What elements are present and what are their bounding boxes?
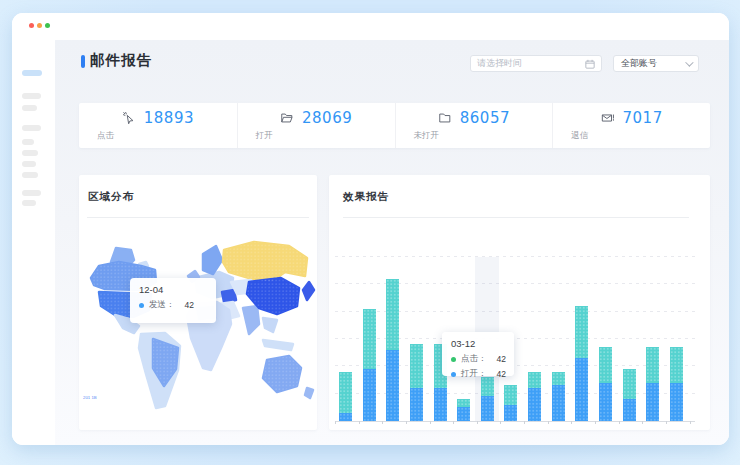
stat-opens: 28069 打开 bbox=[237, 103, 395, 148]
maximize-window-icon[interactable] bbox=[45, 23, 50, 28]
window-titlebar bbox=[12, 13, 729, 40]
stacked-bar[interactable] bbox=[386, 279, 399, 421]
series-dot-icon bbox=[451, 372, 456, 377]
map-attribution: 201 1B bbox=[83, 395, 97, 399]
close-window-icon[interactable] bbox=[29, 23, 34, 28]
tooltip-series-label: 打开： bbox=[461, 368, 487, 380]
sidebar-item[interactable] bbox=[22, 125, 41, 131]
map-tooltip: 12-04 发送： 42 bbox=[130, 278, 216, 323]
tooltip-series-label: 点击： bbox=[461, 353, 487, 365]
tooltip-series-value: 42 bbox=[185, 300, 194, 310]
tooltip-series-label: 发送： bbox=[149, 299, 175, 311]
page-title: 邮件报告 bbox=[90, 51, 152, 70]
stacked-bar[interactable] bbox=[410, 344, 423, 421]
stat-label: 点击 bbox=[97, 130, 114, 142]
sidebar-nav bbox=[12, 40, 55, 445]
stacked-bar-chart[interactable] bbox=[335, 257, 695, 422]
desktop-background: 邮件报告 请选择时间 全部账号 bbox=[0, 0, 740, 465]
stacked-bar[interactable] bbox=[599, 347, 612, 421]
sidebar-item[interactable] bbox=[22, 105, 37, 111]
app-window: 邮件报告 请选择时间 全部账号 bbox=[12, 13, 729, 445]
minimize-window-icon[interactable] bbox=[37, 23, 42, 28]
stat-value: 7017 bbox=[623, 109, 663, 127]
mail-alert-icon bbox=[601, 111, 615, 125]
stacked-bar[interactable] bbox=[481, 377, 494, 421]
stacked-bar[interactable] bbox=[623, 369, 636, 421]
stat-value: 86057 bbox=[460, 109, 510, 127]
stats-summary-band: 18893 点击 28069 打开 bbox=[79, 103, 710, 148]
map-region-scandinavia[interactable] bbox=[203, 246, 222, 274]
map-region-new-zealand[interactable] bbox=[305, 388, 313, 398]
region-distribution-panel: 区域分布 bbox=[79, 175, 317, 430]
account-filter-value: 全部账号 bbox=[621, 57, 685, 70]
calendar-icon[interactable] bbox=[585, 59, 595, 69]
sidebar-item[interactable] bbox=[22, 150, 38, 156]
stacked-bar[interactable] bbox=[575, 306, 588, 421]
sidebar-item[interactable] bbox=[22, 172, 38, 178]
chart-tooltip: 03-12 点击： 42 打开： 42 bbox=[442, 332, 514, 376]
stacked-bar[interactable] bbox=[528, 372, 541, 421]
stat-unopened: 86057 未打开 bbox=[395, 103, 553, 148]
stat-value: 28069 bbox=[302, 109, 352, 127]
sidebar-item[interactable] bbox=[22, 161, 36, 167]
map-region-eastern-europe[interactable] bbox=[222, 290, 236, 302]
map-region-india[interactable] bbox=[243, 306, 259, 334]
stacked-bar[interactable] bbox=[457, 399, 470, 421]
stacked-bar[interactable] bbox=[363, 309, 376, 421]
tooltip-series-value: 42 bbox=[497, 354, 506, 364]
cursor-click-icon bbox=[122, 111, 136, 125]
sidebar-item[interactable] bbox=[22, 93, 41, 99]
tooltip-series-value: 42 bbox=[497, 369, 506, 379]
sidebar-item[interactable] bbox=[22, 200, 36, 206]
account-filter-select[interactable]: 全部账号 bbox=[613, 55, 699, 72]
date-range-input[interactable]: 请选择时间 bbox=[470, 55, 602, 72]
main-content: 邮件报告 请选择时间 全部账号 bbox=[55, 40, 729, 445]
panel-divider bbox=[87, 217, 309, 218]
stacked-bar[interactable] bbox=[339, 372, 352, 421]
map-region-se-asia[interactable] bbox=[263, 318, 277, 332]
stat-bounces: 7017 退信 bbox=[552, 103, 710, 148]
panel-divider bbox=[343, 217, 689, 218]
effect-report-panel: 效果报告 03-12 点击： 42 打开： 42 bbox=[329, 175, 710, 430]
stat-label: 打开 bbox=[256, 130, 273, 142]
stat-clicks: 18893 点击 bbox=[79, 103, 237, 148]
sidebar-item[interactable] bbox=[22, 139, 34, 145]
title-accent-bar bbox=[81, 55, 85, 68]
folder-open-icon bbox=[280, 111, 294, 125]
map-region-japan[interactable] bbox=[303, 282, 314, 300]
date-placeholder: 请选择时间 bbox=[477, 57, 585, 70]
map-region-indonesia[interactable] bbox=[263, 340, 293, 350]
panel-title: 效果报告 bbox=[343, 190, 389, 204]
sidebar-item-active[interactable] bbox=[22, 70, 42, 76]
stacked-bar[interactable] bbox=[646, 347, 659, 421]
stacked-bar[interactable] bbox=[670, 347, 683, 421]
stat-label: 退信 bbox=[571, 130, 588, 142]
stacked-bar[interactable] bbox=[552, 372, 565, 421]
stat-label: 未打开 bbox=[414, 130, 440, 142]
stat-value: 18893 bbox=[144, 109, 194, 127]
tooltip-date: 12-04 bbox=[139, 284, 207, 295]
sidebar-item[interactable] bbox=[22, 190, 41, 196]
chevron-down-icon bbox=[685, 58, 693, 66]
series-dot-icon bbox=[451, 357, 456, 362]
series-dot-icon bbox=[139, 303, 144, 308]
tooltip-date: 03-12 bbox=[451, 338, 505, 349]
stacked-bar[interactable] bbox=[504, 385, 517, 421]
panel-title: 区域分布 bbox=[88, 190, 134, 204]
folder-icon bbox=[438, 111, 452, 125]
